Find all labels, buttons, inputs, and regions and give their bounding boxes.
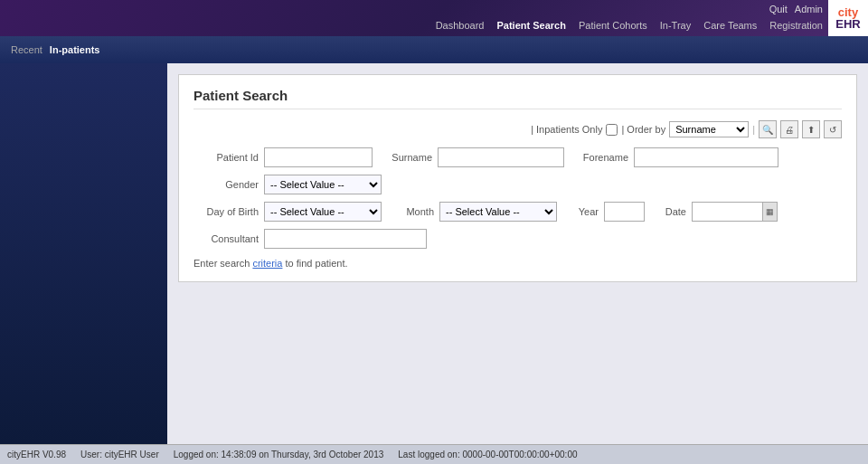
row-dob: Day of Birth -- Select Value --123456789… xyxy=(193,202,842,222)
consultant-input[interactable] xyxy=(264,229,427,249)
panel-title: Patient Search xyxy=(193,88,842,109)
day-of-birth-label: Day of Birth xyxy=(193,206,259,217)
nav-links: DashboardPatient SearchPatient CohortsIn… xyxy=(436,20,823,31)
date-wrap: ▦ xyxy=(692,202,778,222)
day-of-birth-select[interactable]: -- Select Value --1234567891011121314151… xyxy=(264,202,382,222)
hint-prefix: Enter search xyxy=(193,258,252,269)
brand-logo: city EHR xyxy=(828,0,868,36)
year-label: Year xyxy=(571,206,599,217)
criteria-link[interactable]: criteria xyxy=(252,258,282,269)
inpatients-only-label: | Inpatients Only xyxy=(531,124,602,135)
print-button[interactable]: 🖨 xyxy=(780,120,798,138)
nav-link-care-teams[interactable]: Care Teams xyxy=(703,20,757,31)
order-by-select[interactable]: SurnamePatient IdForenameDate of Birth xyxy=(669,121,749,137)
row-consultant: Consultant xyxy=(193,229,842,249)
user-label: User: cityEHR User xyxy=(80,450,159,459)
version-label: cityEHR V0.98 xyxy=(7,450,66,459)
share-button[interactable]: ⬆ xyxy=(802,120,820,138)
main-area: Patient Search | Inpatients Only | Order… xyxy=(0,63,868,444)
patient-id-input[interactable] xyxy=(264,147,373,167)
surname-input[interactable] xyxy=(438,147,564,167)
consultant-label: Consultant xyxy=(193,233,259,244)
quit-link[interactable]: Quit xyxy=(769,4,788,14)
admin-link[interactable]: Admin xyxy=(795,4,823,14)
patient-id-label: Patient Id xyxy=(193,152,259,163)
row-patient-id-surname-forename: Patient Id Surname Forename xyxy=(193,147,842,167)
logged-on-label: Logged on: 14:38:09 on Thursday, 3rd Oct… xyxy=(174,450,384,459)
refresh-button[interactable]: ↺ xyxy=(824,120,842,138)
date-label: Date xyxy=(659,206,686,217)
hint-text-area: Enter search criteria to find patient. xyxy=(193,258,842,269)
surname-label: Surname xyxy=(387,152,432,163)
content-area: Patient Search | Inpatients Only | Order… xyxy=(167,63,868,444)
nav-link-dashboard[interactable]: Dashboard xyxy=(436,20,485,31)
nav-link-registration[interactable]: Registration xyxy=(769,20,823,31)
year-input[interactable] xyxy=(604,202,645,222)
forename-label: Forename xyxy=(579,152,628,163)
search-button[interactable]: 🔍 xyxy=(759,120,777,138)
month-label: Month xyxy=(396,206,434,217)
hint-suffix: to find patient. xyxy=(282,258,347,269)
order-by-label: | Order by xyxy=(621,124,665,135)
breadcrumb-current: In-patients xyxy=(50,44,100,55)
sidebar xyxy=(0,63,167,444)
last-logged-label: Last logged on: 0000-00-00T00:00:00+00:0… xyxy=(398,450,577,459)
top-navigation: Quit Admin DashboardPatient SearchPatien… xyxy=(0,0,868,36)
nav-link-patient-cohorts[interactable]: Patient Cohorts xyxy=(579,20,647,31)
nav-link-in-tray[interactable]: In-Tray xyxy=(660,20,691,31)
patient-search-panel: Patient Search | Inpatients Only | Order… xyxy=(178,74,857,282)
brand-ehr: EHR xyxy=(835,18,860,30)
breadcrumb-recent[interactable]: Recent xyxy=(11,44,42,55)
gender-label: Gender xyxy=(193,179,259,190)
status-bar: cityEHR V0.98 User: cityEHR User Logged … xyxy=(0,444,868,464)
forename-input[interactable] xyxy=(634,147,778,167)
calendar-icon[interactable]: ▦ xyxy=(762,203,777,221)
divider-1: | xyxy=(752,124,755,135)
search-toolbar: | Inpatients Only | Order by SurnamePati… xyxy=(193,120,842,138)
inpatients-only-checkbox[interactable] xyxy=(606,124,618,136)
month-select[interactable]: -- Select Value --JanuaryFebruaryMarchAp… xyxy=(439,202,557,222)
nav-link-patient-search[interactable]: Patient Search xyxy=(497,20,566,31)
gender-select[interactable]: -- Select Value --MaleFemaleUnknown xyxy=(264,175,382,194)
breadcrumb-bar: Recent In-patients xyxy=(0,36,868,63)
row-gender: Gender -- Select Value --MaleFemaleUnkno… xyxy=(193,175,842,194)
